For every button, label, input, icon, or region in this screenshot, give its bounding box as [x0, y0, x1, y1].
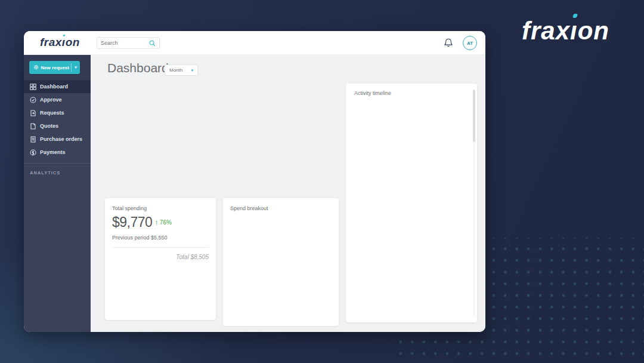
- timeline-scrollbar-thumb[interactable]: [473, 90, 475, 142]
- sidebar-item-quotes[interactable]: Quotes: [24, 119, 91, 133]
- plus-circle-icon: ⊕: [33, 64, 38, 70]
- sidebar-item-approve[interactable]: Approve: [24, 93, 91, 106]
- sidebar-item-purchase-orders[interactable]: Purchase orders: [24, 133, 91, 146]
- sidebar-item-label: Purchase orders: [40, 136, 82, 142]
- sidebar-item-label: Dashboard: [40, 84, 68, 90]
- chevron-down-icon: ▾: [191, 68, 193, 73]
- purchase-orders-icon: [30, 136, 36, 143]
- sidebar-divider: [24, 163, 91, 164]
- sidebar-item-label: Requests: [40, 110, 64, 116]
- approve-icon: [30, 97, 36, 103]
- period-dropdown[interactable]: Month ▾: [165, 64, 198, 76]
- spending-total-label: Total $8,505: [112, 248, 209, 260]
- dashboard-icon: [30, 84, 36, 90]
- user-avatar[interactable]: AT: [463, 36, 477, 50]
- activity-timeline-title: Activity timeline: [354, 90, 467, 96]
- trend-up-icon: ↑: [154, 219, 159, 226]
- app-window: fraxıon AT ⊕ New request ▾: [24, 31, 485, 332]
- payments-icon: [30, 149, 36, 156]
- requests-icon: [30, 110, 36, 116]
- sidebar-item-label: Quotes: [40, 123, 58, 129]
- sidebar-nav: Dashboard Approve Requests Quotes Purcha…: [24, 80, 91, 159]
- fraxion-logo[interactable]: fraxıon: [40, 36, 80, 49]
- new-request-label: New request: [41, 65, 69, 70]
- sidebar-item-payments[interactable]: Payments: [24, 146, 91, 159]
- sidebar-item-label: Payments: [40, 149, 66, 155]
- period-dropdown-value: Month: [169, 67, 182, 73]
- search-icon: [149, 40, 156, 47]
- donut-chart: [230, 213, 332, 303]
- fraxion-watermark-logo: fraxıon: [522, 17, 609, 45]
- sidebar-section-header: ANALYTICS: [24, 167, 91, 179]
- notifications-bell-icon[interactable]: [443, 38, 454, 48]
- quotes-icon: [30, 123, 36, 130]
- topbar: fraxıon AT: [24, 31, 485, 55]
- timeline-scrollbar[interactable]: [473, 90, 475, 316]
- total-spending-delta: 76%: [160, 219, 172, 226]
- new-request-caret-icon[interactable]: ▾: [72, 65, 80, 70]
- sidebar-item-requests[interactable]: Requests: [24, 106, 91, 119]
- sidebar: ⊕ New request ▾ Dashboard Approve Reques…: [24, 55, 91, 332]
- activity-timeline-card: Activity timeline: [346, 84, 477, 322]
- new-request-button[interactable]: ⊕ New request ▾: [29, 61, 80, 74]
- search-box[interactable]: [97, 37, 160, 49]
- spend-breakout-title: Spend breakout: [230, 205, 332, 211]
- total-spending-card: Total spending $9,770 ↑ 76% Previous per…: [105, 198, 216, 320]
- total-spending-previous: Previous period $5,550: [112, 235, 209, 241]
- total-spending-value: $9,770: [112, 216, 152, 229]
- sidebar-item-dashboard[interactable]: Dashboard: [24, 80, 91, 93]
- total-spending-title: Total spending: [112, 205, 209, 211]
- page-title: Dashboard: [107, 61, 169, 75]
- sidebar-item-label: Approve: [40, 97, 62, 103]
- search-input[interactable]: [101, 40, 149, 46]
- spend-breakout-card: Spend breakout: [223, 198, 339, 326]
- main-content: Dashboard Month ▾ Total spending $9,770 …: [91, 55, 485, 332]
- new-request-strip: ⊕ New request ▾: [24, 55, 91, 80]
